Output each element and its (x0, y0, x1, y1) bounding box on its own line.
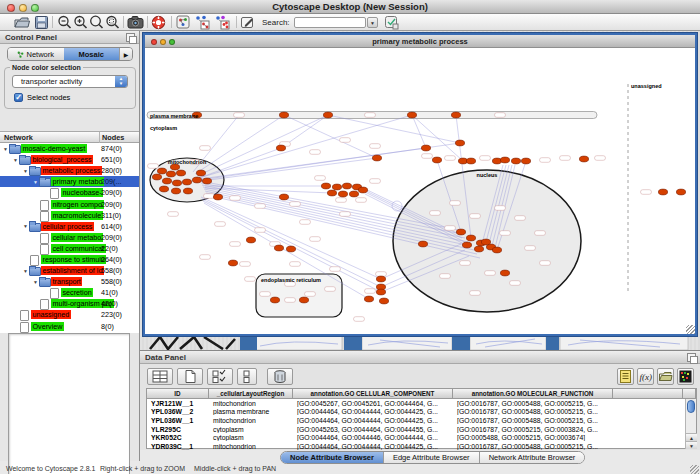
tree-col-nodes[interactable]: Nodes (102, 133, 124, 142)
network-node[interactable] (466, 235, 475, 241)
zoom-fit-icon[interactable] (89, 15, 105, 30)
open-file-icon[interactable] (14, 15, 30, 30)
col-header-id[interactable]: ID (147, 389, 209, 399)
tree-row[interactable]: ▼establishment of lo558(0) (0, 265, 139, 276)
network-node[interactable] (451, 112, 460, 118)
network-node[interactable] (246, 237, 255, 243)
network-node[interactable] (276, 145, 285, 151)
network-overview-icon[interactable] (176, 15, 192, 30)
network-node[interactable] (321, 183, 330, 189)
matrix-view-icon[interactable] (677, 368, 694, 385)
select-attributes-icon[interactable] (147, 368, 173, 385)
tree-row[interactable]: secretion41(0) (0, 287, 139, 298)
help-icon[interactable] (151, 15, 167, 30)
network-node[interactable] (202, 178, 211, 184)
birdseye-view[interactable] (8, 333, 130, 474)
network-node[interactable] (481, 239, 490, 245)
unselect-all-attributes-icon[interactable] (237, 368, 257, 385)
tree-row[interactable]: ▼mosaic-demo-yeast874(0) (0, 143, 139, 154)
network-node[interactable] (376, 289, 385, 295)
table-row[interactable]: YDR039C__1mitochondrion[GO:0044464, GO:0… (147, 442, 683, 451)
network-node[interactable] (182, 179, 191, 185)
tree-row[interactable]: unassigned223(0) (0, 309, 139, 320)
attribute-list-icon[interactable] (617, 368, 634, 385)
network-node[interactable] (372, 155, 381, 161)
table-scrollbar[interactable]: ▲ ▼ (685, 399, 696, 449)
network-node[interactable] (172, 180, 181, 186)
network-node[interactable] (466, 158, 475, 164)
network-node[interactable] (492, 247, 501, 253)
network-node[interactable] (166, 171, 175, 177)
table-row[interactable]: YLR295Ccytoplasm[GO:0045263, GO:0044464,… (147, 425, 683, 434)
network-node[interactable] (196, 170, 205, 176)
search-dropdown-arrow[interactable]: ▼ (367, 17, 378, 28)
tree-row[interactable]: ▼cellular process614(0) (0, 221, 139, 232)
search-input[interactable] (294, 17, 366, 28)
network-node[interactable] (176, 170, 185, 176)
scroll-down-arrow[interactable]: ▼ (686, 441, 697, 449)
network-node[interactable] (421, 145, 430, 151)
tree-row[interactable]: Overview8(0) (0, 321, 139, 332)
network-node[interactable] (327, 190, 336, 196)
network-node[interactable] (183, 188, 192, 194)
annotation-icon[interactable] (240, 15, 256, 30)
network-node[interactable] (364, 296, 373, 302)
network-node[interactable] (228, 260, 237, 266)
expand-arrow-icon[interactable]: ▼ (22, 268, 29, 274)
network-node[interactable] (418, 241, 427, 247)
tree-row[interactable]: ▼metabolic process280(0) (0, 165, 139, 176)
float-panel-icon[interactable] (687, 353, 696, 362)
new-attribute-icon[interactable] (177, 368, 203, 385)
network-node[interactable] (171, 188, 180, 194)
expand-arrow-icon[interactable]: ▼ (32, 179, 39, 185)
network-node[interactable] (279, 194, 288, 200)
col-header-region[interactable]: _cellularLayoutRegion (209, 389, 293, 399)
zoom-in-icon[interactable] (73, 15, 89, 30)
vizmap-icon[interactable] (384, 15, 400, 30)
network-node[interactable] (521, 158, 530, 164)
network-node[interactable] (676, 189, 685, 195)
network-node[interactable] (349, 191, 358, 197)
tab-edge-attribute-browser[interactable]: Edge Attribute Browser (384, 452, 480, 463)
network-node[interactable] (462, 242, 471, 248)
table-row[interactable]: YKR052Ccytoplasm[GO:0044464, GO:0044446,… (147, 433, 683, 442)
network-canvas[interactable]: plasma membrane cytoplasm mitochondrion … (145, 48, 695, 333)
network-node[interactable] (511, 158, 520, 164)
app-resize-grip[interactable] (690, 465, 699, 474)
network-node[interactable] (323, 112, 332, 118)
network-node[interactable] (270, 297, 279, 303)
expand-arrow-icon[interactable]: ▼ (2, 146, 9, 152)
network-node[interactable] (658, 189, 667, 195)
import-attributes-icon[interactable] (657, 368, 674, 385)
network-node[interactable] (456, 229, 465, 235)
network-node[interactable] (500, 157, 509, 163)
network-node[interactable] (407, 112, 416, 118)
layout-nodes-icon[interactable] (194, 15, 210, 30)
snapshot-icon[interactable] (127, 15, 143, 30)
tab-network-attribute-browser[interactable]: Network Attribute Browser (480, 452, 585, 463)
select-nodes-checkbox[interactable]: ✓ (14, 93, 23, 102)
network-node[interactable] (342, 183, 351, 189)
tree-col-network[interactable]: Network (4, 133, 33, 142)
tree-row[interactable]: response to stimulu264(0) (0, 254, 139, 265)
scroll-up-arrow[interactable]: ▲ (686, 433, 697, 441)
tree-row[interactable]: ▼transport558(0) (0, 276, 139, 287)
expand-arrow-icon[interactable]: ▼ (32, 279, 39, 285)
tree-row[interactable]: multi-organism pro42(0) (0, 298, 139, 309)
network-node[interactable] (152, 174, 161, 180)
tree-row[interactable]: ▼primary metabo209(... (0, 176, 139, 187)
network-node[interactable] (379, 298, 388, 304)
network-node[interactable] (338, 191, 347, 197)
expand-arrow-icon[interactable]: ▼ (12, 157, 19, 163)
delete-attribute-icon[interactable] (267, 368, 293, 385)
network-node[interactable] (162, 178, 171, 184)
network-node[interactable] (492, 158, 501, 164)
network-node[interactable] (159, 186, 168, 192)
layout-edges-icon[interactable] (214, 15, 230, 30)
network-node[interactable] (474, 246, 483, 252)
network-node[interactable] (432, 157, 441, 163)
tab-network[interactable]: Network (8, 48, 64, 60)
network-node[interactable] (500, 270, 509, 276)
select-all-attributes-icon[interactable] (207, 368, 233, 385)
table-row[interactable]: YPL036W__1mitochondrion[GO:0044464, GO:0… (147, 416, 683, 425)
